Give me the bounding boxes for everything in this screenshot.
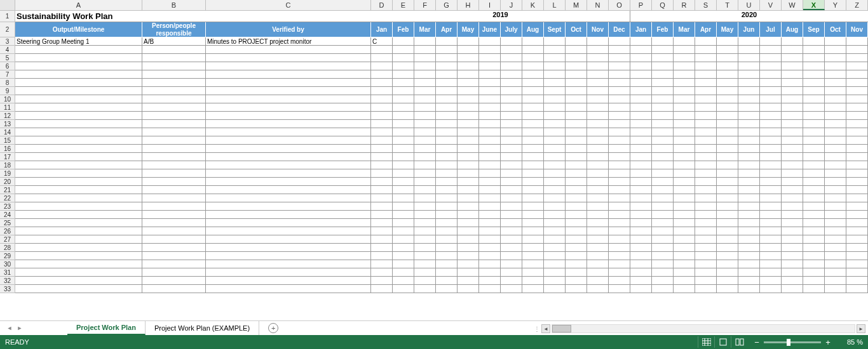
cell[interactable]	[544, 268, 566, 277]
cell[interactable]	[479, 211, 501, 219]
cell[interactable]	[825, 211, 846, 219]
cell[interactable]	[436, 219, 458, 227]
header-month[interactable]: Nov	[846, 22, 868, 37]
cell[interactable]	[458, 169, 479, 178]
cell[interactable]	[782, 136, 803, 145]
cell[interactable]	[846, 169, 868, 178]
cell[interactable]	[501, 235, 522, 244]
row-header-1[interactable]: 1	[0, 11, 15, 22]
cell[interactable]	[371, 79, 393, 87]
cell[interactable]	[393, 79, 414, 87]
cell[interactable]	[414, 169, 436, 178]
cell[interactable]	[15, 186, 142, 194]
cell[interactable]	[609, 37, 630, 46]
cell[interactable]	[674, 202, 695, 211]
cell[interactable]	[436, 268, 458, 277]
cell[interactable]	[652, 285, 674, 293]
cell[interactable]	[782, 235, 803, 244]
cell[interactable]	[587, 252, 609, 260]
cell[interactable]	[479, 120, 501, 128]
cell[interactable]	[846, 62, 868, 70]
cell[interactable]	[414, 120, 436, 128]
cell[interactable]	[738, 79, 760, 87]
cell[interactable]	[825, 153, 846, 161]
cell[interactable]	[760, 37, 782, 46]
cell[interactable]	[674, 169, 695, 178]
cell[interactable]	[760, 120, 782, 128]
cell[interactable]	[522, 202, 544, 211]
cell[interactable]	[142, 153, 206, 161]
cell[interactable]	[630, 235, 652, 244]
row-header-15[interactable]: 15	[0, 136, 15, 145]
cell[interactable]	[652, 128, 674, 136]
cell[interactable]	[782, 153, 803, 161]
cell[interactable]	[15, 178, 142, 186]
cell[interactable]	[825, 145, 846, 153]
cell[interactable]	[15, 244, 142, 252]
cell[interactable]	[846, 194, 868, 202]
cell[interactable]	[371, 219, 393, 227]
cell[interactable]	[479, 103, 501, 112]
cell[interactable]	[566, 268, 587, 277]
cell[interactable]	[695, 87, 717, 95]
cell[interactable]	[717, 62, 738, 70]
col-header-M[interactable]: M	[566, 0, 587, 10]
cell[interactable]	[846, 37, 868, 46]
cell[interactable]	[414, 235, 436, 244]
cell[interactable]	[566, 169, 587, 178]
cell[interactable]	[825, 54, 846, 62]
cell[interactable]	[674, 70, 695, 79]
cell[interactable]	[738, 194, 760, 202]
cell[interactable]	[695, 252, 717, 260]
cell[interactable]	[522, 285, 544, 293]
cell[interactable]	[206, 219, 371, 227]
cell[interactable]	[803, 194, 825, 202]
cell[interactable]	[760, 95, 782, 103]
cell[interactable]	[393, 145, 414, 153]
cell[interactable]	[782, 145, 803, 153]
cell[interactable]	[206, 277, 371, 285]
cell[interactable]	[479, 252, 501, 260]
cell[interactable]	[15, 211, 142, 219]
cell[interactable]	[15, 128, 142, 136]
cell[interactable]	[142, 186, 206, 194]
cell[interactable]	[630, 103, 652, 112]
cell[interactable]	[566, 161, 587, 169]
cell[interactable]	[436, 178, 458, 186]
cell[interactable]	[15, 202, 142, 211]
row-header-29[interactable]: 29	[0, 252, 15, 260]
cell[interactable]	[501, 145, 522, 153]
cell[interactable]	[609, 194, 630, 202]
cell[interactable]	[436, 37, 458, 46]
cell[interactable]	[522, 70, 544, 79]
cell[interactable]	[436, 112, 458, 120]
cell[interactable]	[674, 128, 695, 136]
cell[interactable]	[436, 70, 458, 79]
cell[interactable]	[414, 277, 436, 285]
cell[interactable]	[652, 95, 674, 103]
cell[interactable]	[393, 277, 414, 285]
cell[interactable]	[544, 103, 566, 112]
cell[interactable]	[371, 112, 393, 120]
cell[interactable]	[522, 120, 544, 128]
cell[interactable]	[142, 285, 206, 293]
col-header-B[interactable]: B	[142, 0, 206, 10]
cell[interactable]	[142, 54, 206, 62]
cell[interactable]	[566, 219, 587, 227]
cell[interactable]	[393, 252, 414, 260]
cell[interactable]	[846, 161, 868, 169]
cell[interactable]	[142, 169, 206, 178]
cell[interactable]	[609, 202, 630, 211]
cell[interactable]	[717, 178, 738, 186]
cell[interactable]	[782, 277, 803, 285]
cell[interactable]	[587, 120, 609, 128]
tab-nav-prev[interactable]: ◄	[6, 325, 13, 331]
header-month[interactable]: Oct	[825, 22, 846, 37]
cell[interactable]	[695, 46, 717, 54]
cell[interactable]	[803, 268, 825, 277]
cell[interactable]	[782, 169, 803, 178]
cell[interactable]	[393, 211, 414, 219]
cell[interactable]	[501, 62, 522, 70]
cell[interactable]	[803, 79, 825, 87]
cell[interactable]	[782, 37, 803, 46]
